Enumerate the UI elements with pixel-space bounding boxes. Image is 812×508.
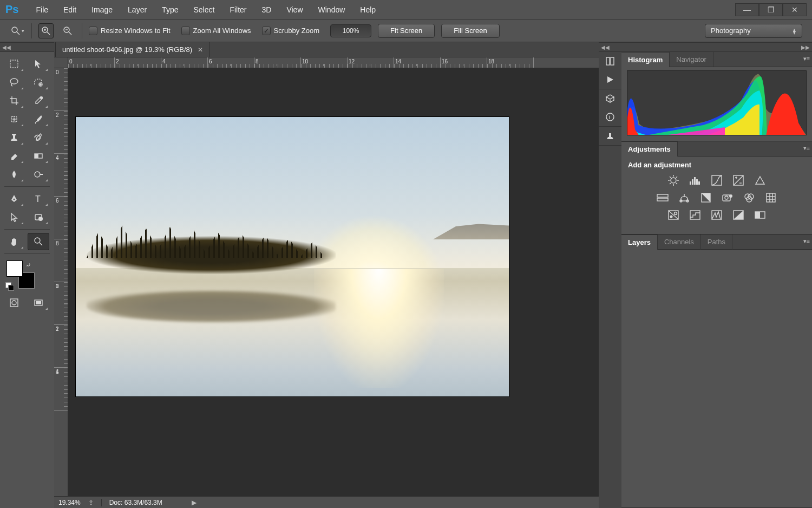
collapse-left-icon[interactable]: ◀◀: [0, 44, 13, 50]
menu-select[interactable]: Select: [186, 0, 222, 19]
vibrance-icon[interactable]: [753, 174, 767, 186]
menu-type[interactable]: Type: [154, 0, 186, 19]
panel-menu-icon[interactable]: ▾≡: [803, 238, 810, 245]
swap-colors-icon[interactable]: ⤾: [26, 262, 31, 269]
shape-tool[interactable]: [28, 209, 49, 226]
tab-channels[interactable]: Channels: [658, 235, 701, 250]
brightness-contrast-icon[interactable]: [666, 174, 680, 186]
zoom-percent-field[interactable]: 100%: [330, 24, 371, 37]
collapse-mid-icon[interactable]: ◀◀: [599, 44, 612, 50]
dodge-tool[interactable]: [28, 166, 49, 183]
brush-tool[interactable]: [28, 110, 49, 128]
crop-tool[interactable]: [3, 92, 25, 109]
menu-window[interactable]: Window: [311, 0, 353, 19]
menubar: Ps File Edit Image Layer Type Select Fil…: [0, 0, 812, 19]
pen-tool[interactable]: [3, 190, 25, 207]
move-tool[interactable]: [28, 55, 49, 73]
scrubby-zoom-checkbox[interactable]: Scrubby Zoom: [262, 27, 320, 35]
threshold-icon[interactable]: [710, 209, 724, 221]
marquee-tool[interactable]: [3, 55, 25, 73]
zoom-tool[interactable]: [28, 233, 49, 250]
svg-rect-81: [755, 212, 760, 218]
tab-layers[interactable]: Layers: [621, 235, 658, 250]
photo-filter-icon[interactable]: [721, 192, 735, 204]
clone-stamp-tool[interactable]: [3, 129, 25, 146]
color-lookup-icon[interactable]: [764, 192, 778, 204]
menu-image[interactable]: Image: [84, 0, 120, 19]
collapse-right-icon[interactable]: ▶▶: [799, 44, 812, 50]
gradient-tool[interactable]: [28, 147, 49, 165]
eyedropper-tool[interactable]: [28, 92, 49, 109]
window-max-button[interactable]: ❐: [759, 3, 783, 16]
mb-panel-icon[interactable]: [603, 55, 617, 67]
svg-rect-18: [13, 135, 15, 139]
status-doc-size[interactable]: Doc: 63.3M/63.3M: [109, 499, 162, 506]
menu-view[interactable]: View: [279, 0, 310, 19]
invert-icon[interactable]: [666, 209, 680, 221]
layers-body[interactable]: [621, 250, 812, 507]
menu-edit[interactable]: Edit: [56, 0, 84, 19]
svg-point-22: [35, 172, 40, 177]
hue-sat-icon[interactable]: [656, 192, 670, 204]
zoom-in-icon[interactable]: [38, 23, 54, 38]
menu-file[interactable]: File: [28, 0, 56, 19]
type-tool[interactable]: T: [28, 190, 49, 207]
default-colors-icon[interactable]: [5, 282, 13, 290]
share-icon[interactable]: ⇪: [88, 499, 94, 506]
canvas-image[interactable]: [76, 117, 509, 396]
3d-panel-icon[interactable]: [603, 93, 617, 105]
actions-play-icon[interactable]: [603, 74, 617, 86]
quick-select-tool[interactable]: [28, 74, 49, 91]
black-white-icon[interactable]: [699, 192, 713, 204]
menu-help[interactable]: Help: [352, 0, 383, 19]
tab-paths[interactable]: Paths: [701, 235, 732, 250]
blur-tool[interactable]: [3, 166, 25, 183]
document-tab[interactable]: untitled shoot-0406.jpg @ 19.3% (RGB/8) …: [55, 42, 210, 57]
curves-icon[interactable]: [710, 174, 724, 186]
posterize-icon[interactable]: [688, 209, 702, 221]
zoom-all-checkbox[interactable]: Zoom All Windows: [181, 27, 251, 35]
info-panel-icon[interactable]: i: [603, 111, 617, 123]
spot-heal-tool[interactable]: [3, 110, 25, 128]
eraser-tool[interactable]: [3, 147, 25, 165]
tab-navigator[interactable]: Navigator: [670, 52, 713, 67]
panel-menu-icon[interactable]: ▾≡: [803, 55, 810, 62]
path-select-tool[interactable]: [3, 209, 25, 226]
zoom-out-icon[interactable]: [60, 23, 75, 38]
tab-adjustments[interactable]: Adjustments: [621, 141, 678, 157]
lasso-tool[interactable]: [3, 74, 25, 91]
ruler-vertical[interactable]: 02468101214: [54, 68, 68, 496]
status-expand-icon[interactable]: ▶: [192, 499, 197, 506]
foreground-color-swatch[interactable]: [6, 260, 23, 277]
resize-windows-checkbox[interactable]: Resize Windows to Fit: [89, 27, 171, 35]
close-tab-icon[interactable]: ✕: [198, 46, 203, 54]
screen-mode-icon[interactable]: [28, 294, 49, 311]
ruler-horizontal[interactable]: 024681012141618: [68, 57, 599, 68]
menu-filter[interactable]: Filter: [222, 0, 254, 19]
channel-mixer-icon[interactable]: [742, 192, 756, 204]
status-zoom[interactable]: 19.34%: [58, 499, 81, 506]
quick-mask-icon[interactable]: [3, 294, 25, 311]
fill-screen-button[interactable]: Fill Screen: [441, 24, 499, 38]
gradient-map-icon[interactable]: [753, 209, 767, 221]
svg-rect-9: [10, 60, 18, 68]
color-balance-icon[interactable]: [677, 192, 691, 204]
tool-preset-icon[interactable]: ▾: [10, 23, 25, 38]
history-brush-tool[interactable]: [28, 129, 49, 146]
panel-menu-icon[interactable]: ▾≡: [803, 145, 810, 152]
ruler-origin[interactable]: [54, 57, 68, 68]
fit-screen-button[interactable]: Fit Screen: [378, 24, 435, 38]
menu-3d[interactable]: 3D: [254, 0, 279, 19]
exposure-icon[interactable]: [731, 174, 745, 186]
selective-color-icon[interactable]: [731, 209, 745, 221]
window-close-button[interactable]: ✕: [783, 3, 807, 16]
clone-source-icon[interactable]: [603, 130, 617, 142]
workspace-dropdown[interactable]: Photography: [705, 24, 802, 38]
levels-icon[interactable]: [688, 174, 702, 186]
window-min-button[interactable]: —: [735, 3, 759, 16]
svg-point-28: [35, 238, 40, 243]
tab-histogram[interactable]: Histogram: [621, 52, 670, 67]
hand-tool[interactable]: [3, 233, 25, 250]
panel-dock: ▶▶ Histogram Navigator ▾≡: [621, 42, 812, 508]
menu-layer[interactable]: Layer: [120, 0, 154, 19]
